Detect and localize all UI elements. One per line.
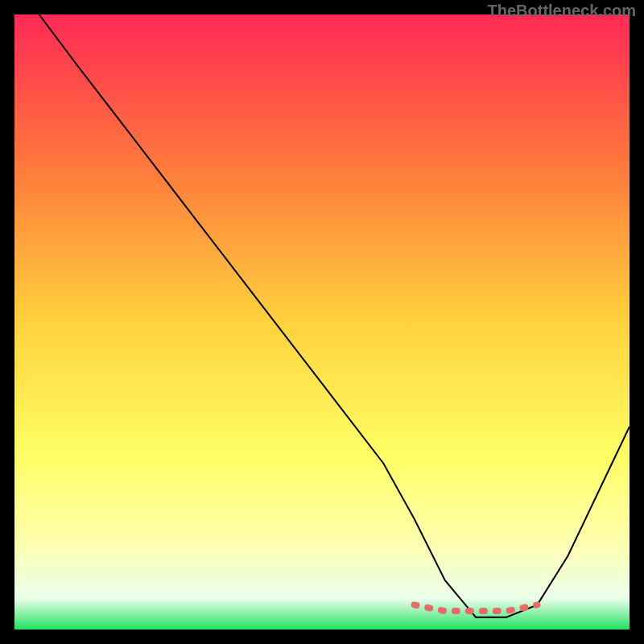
- gradient-background: [14, 14, 630, 630]
- watermark-text: TheBottleneck.com: [488, 2, 636, 20]
- chart-svg: [14, 14, 630, 630]
- chart-container: [14, 14, 630, 630]
